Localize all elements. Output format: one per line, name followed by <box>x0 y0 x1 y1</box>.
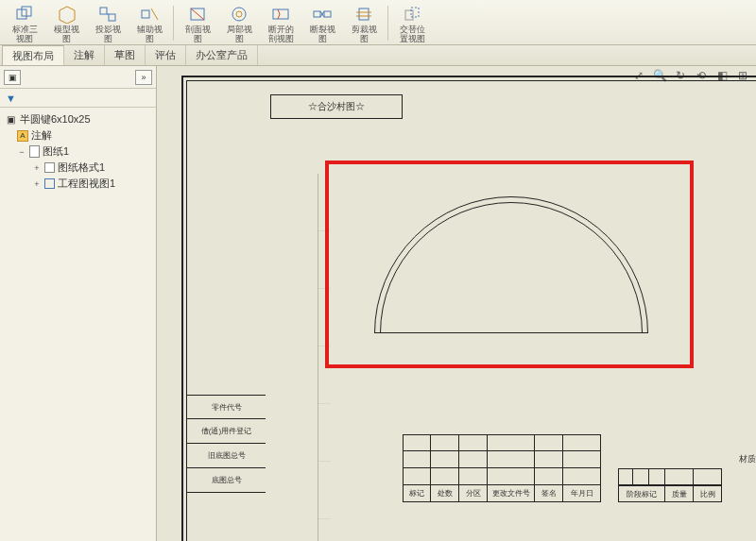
tb-h: 比例 <box>700 489 715 499</box>
tb-row-2: 旧底图总号 <box>186 444 266 468</box>
collapse-icon[interactable]: − <box>17 147 26 157</box>
ribbon-label: 交替位 置视图 <box>400 25 425 43</box>
svg-rect-19 <box>411 8 419 17</box>
ribbon-aux-view[interactable]: 辅助视 图 <box>129 2 170 44</box>
box-icon <box>55 4 77 25</box>
tb-label: 底图总号 <box>212 475 242 485</box>
svg-marker-2 <box>60 7 75 24</box>
tb-h: 签名 <box>541 488 557 499</box>
panel-expand-icon[interactable]: » <box>135 70 152 85</box>
svg-point-10 <box>232 8 246 21</box>
panel-toolbar: ▣ » <box>0 66 156 89</box>
tree-annotate[interactable]: A 注解 <box>2 127 154 144</box>
tb-h: 年月日 <box>571 488 593 499</box>
tab-office[interactable]: 办公室产品 <box>186 45 258 65</box>
tb-row-3: 底图总号 <box>186 468 266 493</box>
tb-h: 标记 <box>409 488 424 499</box>
tree-annotate-label: 注解 <box>31 128 52 143</box>
ribbon-broken-section[interactable]: 断开的 剖视图 <box>260 2 301 44</box>
tab-view-layout[interactable]: 视图布局 <box>2 45 64 65</box>
crop-icon <box>352 4 375 25</box>
ribbon-label: 断开的 剖视图 <box>268 25 294 43</box>
tb-grid-row3 <box>403 468 601 485</box>
tb-grid-row2 <box>403 451 601 468</box>
ribbon-alt-pos-view[interactable]: 交替位 置视图 <box>391 2 433 44</box>
panel-filter[interactable]: ▼ <box>0 89 156 108</box>
ribbon-label: 辅助视 图 <box>137 25 163 43</box>
drawing-canvas[interactable]: ⤢ 🔍 ↻ ⟲ ◧ ⊞ ☆合沙村图☆ 零件代号 借(通)用件登记 旧底图总号 <box>157 66 756 541</box>
tb-grid-headers: 标记 处数 分区 更改文件号 签名 年月日 阶段标记 质量 比例 <box>403 485 722 502</box>
ribbon-model-view[interactable]: 模型视 图 <box>45 2 87 44</box>
detail-icon <box>228 4 250 25</box>
tb-h: 处数 <box>438 488 453 499</box>
drawing-tag-text: ☆合沙村图☆ <box>308 100 365 113</box>
drawing-view-half-circle[interactable] <box>374 196 648 333</box>
tb-grid-right <box>618 468 722 485</box>
ribbon-detail-view[interactable]: 局部视 图 <box>218 2 260 44</box>
sheet-icon <box>29 145 40 158</box>
tb-material-text: 材质 <未指定> <box>739 454 756 464</box>
svg-line-7 <box>151 8 158 20</box>
tab-evaluate[interactable]: 评估 <box>146 45 186 65</box>
tb-h: 阶段标记 <box>627 489 657 499</box>
ribbon-label: 剖面视 图 <box>185 25 211 43</box>
titleblock-left: 零件代号 借(通)用件登记 旧底图总号 底图总号 <box>186 395 266 493</box>
svg-rect-12 <box>273 9 288 19</box>
tab-sketch[interactable]: 草图 <box>105 45 146 65</box>
ribbon-separator <box>173 6 174 41</box>
cube-icon <box>13 4 36 25</box>
break-icon <box>311 4 334 25</box>
tb-label: 借(通)用件登记 <box>201 426 251 436</box>
tb-h: 质量 <box>672 489 687 499</box>
svg-rect-3 <box>100 8 107 14</box>
tb-row-1: 借(通)用件登记 <box>186 419 266 444</box>
tb-h: 更改文件号 <box>492 488 530 499</box>
tb-material: 材质 <未指定> <box>739 453 756 465</box>
tab-annotate[interactable]: 注解 <box>64 45 105 65</box>
ribbon-label: 投影视 图 <box>95 25 121 43</box>
tree-root[interactable]: ▣ 半圆键6x10x25 <box>2 111 154 127</box>
svg-rect-15 <box>359 8 369 20</box>
main-split: ▣ » ▼ ▣ 半圆键6x10x25 A 注解 − 图纸1 + <box>0 66 756 541</box>
aux-icon <box>138 4 161 25</box>
panel-config-icon[interactable]: ▣ <box>4 70 21 85</box>
tree-sheet-label: 图纸1 <box>43 144 69 159</box>
expand-icon[interactable]: + <box>32 179 42 189</box>
svg-point-11 <box>236 11 242 17</box>
feature-tree: ▣ 半圆键6x10x25 A 注解 − 图纸1 + 图纸格式1 + 工程图视图1 <box>0 108 156 541</box>
tree-drawing-view[interactable]: + 工程图视图1 <box>2 176 154 192</box>
ribbon-std-three-view[interactable]: 标准三 视图 <box>4 2 45 44</box>
tb-label: 零件代号 <box>212 402 242 413</box>
tb-row-0: 零件代号 <box>186 395 266 419</box>
broken-icon <box>269 4 292 25</box>
ribbon-break-view[interactable]: 断裂视 图 <box>301 2 343 44</box>
svg-line-9 <box>191 8 204 20</box>
arc-baseline <box>374 332 648 333</box>
tree-sheet-format-label: 图纸格式1 <box>58 161 105 175</box>
tb-label: 旧底图总号 <box>208 450 246 461</box>
tree-sheet[interactable]: − 图纸1 <box>2 144 154 160</box>
tree-sheet-format[interactable]: + 图纸格式1 <box>2 160 154 176</box>
ribbon-label: 断裂视 图 <box>310 25 335 43</box>
project-icon <box>96 4 119 25</box>
ribbon-section-view[interactable]: 剖面视 图 <box>177 2 218 44</box>
view-icon <box>44 178 55 189</box>
tb-grid-row1 <box>403 434 601 451</box>
expand-icon[interactable]: + <box>32 163 42 173</box>
svg-rect-14 <box>324 11 331 17</box>
tree-root-label: 半圆键6x10x25 <box>20 112 91 127</box>
svg-rect-4 <box>109 14 115 21</box>
ribbon-label: 模型视 图 <box>54 25 79 43</box>
ribbon-toolbar: 标准三 视图 模型视 图 投影视 图 辅助视 图 剖面视 图 局部视 图 断开的… <box>0 0 756 45</box>
tb-h: 分区 <box>466 488 481 499</box>
ribbon-separator <box>387 6 388 41</box>
feature-panel: ▣ » ▼ ▣ 半圆键6x10x25 A 注解 − 图纸1 + <box>0 66 157 541</box>
ribbon-label: 标准三 视图 <box>12 25 38 43</box>
svg-rect-18 <box>405 10 413 20</box>
drawing-icon: ▣ <box>4 113 17 127</box>
ribbon-crop-view[interactable]: 剪裁视 图 <box>343 2 385 44</box>
ribbon-projected-view[interactable]: 投影视 图 <box>87 2 129 44</box>
command-tabs: 视图布局 注解 草图 评估 办公室产品 <box>0 45 756 66</box>
tree-drawing-view-label: 工程图视图1 <box>58 177 115 191</box>
svg-rect-13 <box>314 11 320 17</box>
